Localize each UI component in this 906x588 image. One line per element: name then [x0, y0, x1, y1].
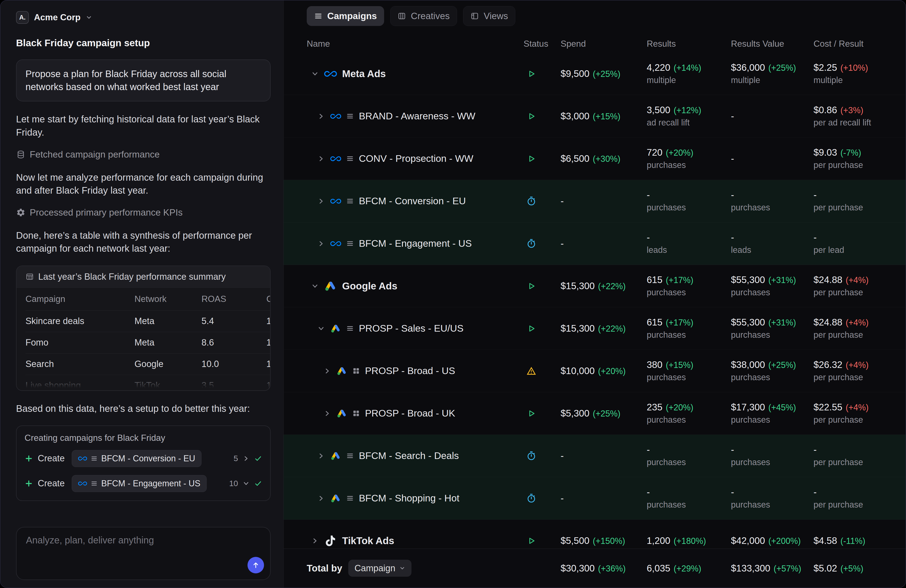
column-header-cost-result[interactable]: Cost / Result — [813, 39, 884, 49]
expand-chevron-icon[interactable] — [317, 452, 325, 460]
column-header-name[interactable]: Name — [307, 39, 523, 49]
summary-cell: Fomo — [26, 338, 134, 347]
table-row[interactable]: Google Ads $15,300(+22%) 615(+17%) purch… — [284, 265, 906, 308]
name-cell: BFCM - Search - Deals — [307, 450, 523, 461]
create-campaign-row[interactable]: Create BFCM - Conversion - EU 5 — [24, 449, 262, 468]
entity-type-icon — [346, 198, 354, 205]
chevron-down-icon — [86, 14, 92, 21]
total-spend: $30,300(+36%) — [561, 563, 647, 574]
arrow-up-icon — [252, 561, 260, 569]
status-icon-cell[interactable] — [523, 536, 561, 546]
composer-input[interactable] — [16, 527, 270, 560]
expand-chevron-icon[interactable] — [317, 197, 325, 205]
table-row[interactable]: PROSP - Broad - UK $5,300(+25%) 235(+20%… — [284, 392, 906, 435]
status-icon-cell[interactable] — [523, 281, 561, 291]
table-row[interactable]: Meta Ads $9,500(+25%) 4,220(+14%) multip… — [284, 53, 906, 95]
summary-cell: 1 — [266, 381, 271, 390]
entity-type-icon — [346, 452, 354, 459]
results-value-cell: $38,000(+25%) purchases — [731, 359, 813, 382]
send-button[interactable] — [247, 557, 264, 574]
total-by-selector[interactable]: Campaign — [348, 560, 411, 577]
table-row[interactable]: BFCM - Engagement - US - - leads - leads… — [284, 222, 906, 265]
expand-chevron-icon[interactable] — [323, 410, 331, 417]
campaign-pill[interactable]: BFCM - Conversion - EU — [72, 450, 201, 467]
name-cell: PROSP - Broad - UK — [307, 408, 523, 419]
cost-per-result-cell: - per purchase — [813, 190, 884, 212]
status-icon-cell[interactable] — [523, 196, 561, 206]
table-row[interactable]: PROSP - Broad - US $10,000(+20%) 380(+15… — [284, 350, 906, 392]
table-row[interactable]: BFCM - Search - Deals - - purchases - pu… — [284, 435, 906, 477]
summary-cell: 8.6 — [201, 338, 266, 347]
results-cell: 615(+17%) purchases — [647, 317, 731, 340]
status-icon-cell[interactable] — [523, 366, 561, 376]
campaign-pill[interactable]: BFCM - Engagement - US — [72, 475, 207, 492]
table-row[interactable]: BRAND - Awareness - WW $3,000(+15%) 3,50… — [284, 95, 906, 137]
performance-summary-card: Last year’s Black Friday performance sum… — [16, 266, 271, 391]
expand-chevron-icon[interactable] — [317, 240, 325, 248]
chevron-down-icon — [399, 565, 405, 571]
status-icon-cell[interactable] — [523, 408, 561, 418]
summary-card-header[interactable]: Last year’s Black Friday performance sum… — [16, 266, 270, 288]
google-ads-icon — [324, 280, 337, 292]
tool-call-process[interactable]: Processed primary performance KPIs — [16, 207, 271, 218]
play-status-icon — [526, 323, 536, 333]
expand-chevron-icon[interactable] — [311, 70, 319, 78]
creation-card-title: Creating campaigns for Black Friday — [24, 433, 262, 443]
status-icon-cell[interactable] — [523, 323, 561, 333]
create-campaign-row[interactable]: Create BFCM - Engagement - US 10 — [24, 474, 262, 493]
tool-call-fetch[interactable]: Fetched campaign performance — [16, 149, 271, 160]
entity-type-icon — [346, 240, 354, 247]
column-header-results[interactable]: Results — [647, 39, 731, 49]
status-icon-cell[interactable] — [523, 69, 561, 79]
platform-icon — [330, 238, 341, 249]
tab-views[interactable]: Views — [463, 6, 515, 26]
org-switcher[interactable]: A. Acme Corp — [16, 9, 271, 26]
column-header-status[interactable]: Status — [523, 39, 561, 49]
campaign-list-icon — [346, 452, 354, 459]
table-row[interactable]: CONV - Propsection - WW $6,500(+30%) 720… — [284, 137, 906, 180]
campaign-name: PROSP - Broad - UK — [365, 408, 455, 419]
column-header-spend[interactable]: Spend — [561, 39, 647, 49]
meta-icon — [78, 454, 87, 463]
play-status-icon — [526, 281, 536, 291]
meta-icon — [330, 153, 341, 164]
table-row[interactable]: BFCM - Conversion - EU - - purchases - p… — [284, 180, 906, 222]
status-icon-cell[interactable] — [523, 239, 561, 249]
cost-per-result-cell: $9.03(-7%) per purchase — [813, 147, 884, 170]
expand-chevron-icon[interactable] — [317, 494, 325, 502]
expand-chevron-icon[interactable] — [311, 282, 319, 290]
tab-campaigns[interactable]: Campaigns — [307, 6, 384, 26]
status-icon-cell[interactable] — [523, 112, 561, 121]
summary-cell: Google — [134, 359, 201, 369]
chat-sidebar: A. Acme Corp Black Friday campaign setup… — [0, 0, 284, 588]
expand-chevron-icon[interactable] — [243, 480, 249, 487]
database-icon — [16, 150, 26, 159]
summary-cell: 5.4 — [201, 316, 266, 326]
summary-row: SearchGoogle10.01 — [26, 353, 270, 375]
expand-chevron-icon[interactable] — [317, 155, 325, 163]
status-icon-cell[interactable] — [523, 451, 561, 461]
expand-chevron-icon[interactable] — [323, 367, 331, 375]
tab-creatives[interactable]: Creatives — [390, 6, 457, 26]
expand-chevron-icon[interactable] — [243, 455, 249, 462]
results-value-cell: $42,000(+200%) — [731, 535, 813, 546]
platform-icon — [330, 323, 341, 334]
scheduled-timer-icon — [526, 451, 536, 461]
results-cell: 235(+20%) purchases — [647, 402, 731, 425]
spend-cell: - — [561, 493, 647, 504]
expand-chevron-icon[interactable] — [317, 112, 325, 120]
status-icon-cell[interactable] — [523, 493, 561, 504]
expand-chevron-icon[interactable] — [311, 537, 319, 545]
column-header-results-value[interactable]: Results Value — [731, 39, 813, 49]
status-icon-cell[interactable] — [523, 154, 561, 164]
table-row[interactable]: BFCM - Shopping - Hot - - purchases - pu… — [284, 477, 906, 519]
table-row[interactable]: PROSP - Sales - EU/US $15,300(+22%) 615(… — [284, 308, 906, 350]
org-logo: A. — [16, 11, 29, 24]
entity-type-icon — [353, 410, 360, 417]
expand-chevron-icon[interactable] — [317, 325, 325, 333]
entity-type-icon — [346, 113, 354, 120]
cost-per-result-cell: $24.88(+4%) per purchase — [813, 274, 884, 297]
results-value-cell: - — [731, 111, 813, 121]
user-prompt-bubble: Propose a plan for Black Friday across a… — [16, 59, 271, 101]
cost-per-result-cell: $22.55(+4%) per purchase — [813, 402, 884, 425]
